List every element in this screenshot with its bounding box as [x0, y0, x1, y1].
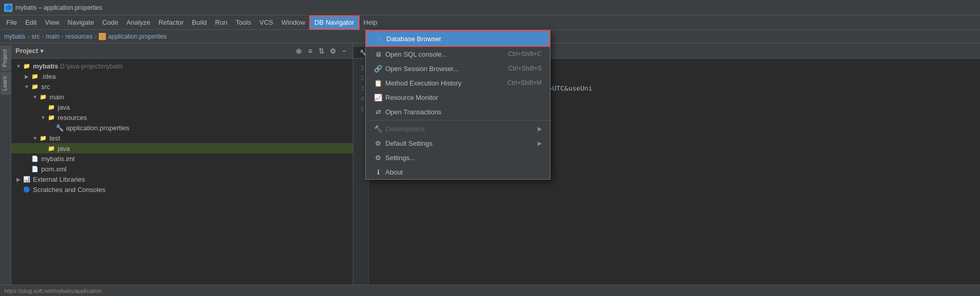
folder-icon-java: 📁 — [47, 103, 56, 111]
menu-file[interactable]: File — [2, 15, 21, 30]
breadcrumb-sep-4: › — [95, 33, 97, 40]
extlib-icon: 📊 — [23, 175, 31, 183]
locate-icon[interactable]: ⊕ — [294, 46, 304, 56]
dropdown-open-sql-console[interactable]: 🖥 Open SQL console... Ctrl+Shift+C — [366, 47, 550, 61]
dropdown-open-session-browser[interactable]: 🔗 Open Session Browser... Ctrl+Shift+S — [366, 61, 550, 76]
folder-icon-idea: 📁 — [31, 72, 39, 80]
hide-icon[interactable]: − — [340, 46, 349, 56]
line-num-1: 1 — [358, 63, 364, 73]
project-strip-tab[interactable]: Project — [1, 45, 11, 71]
db-navigator-dropdown: 🗄 Database Browser 🖥 Open SQL console...… — [365, 30, 550, 180]
history-icon: 📋 — [374, 79, 382, 87]
breadcrumb-mybatis[interactable]: mybatis — [4, 33, 25, 40]
menu-navigate[interactable]: Navigate — [63, 15, 98, 30]
menu-code[interactable]: Code — [98, 15, 122, 30]
menu-dbnavigator[interactable]: DB Navigator — [309, 15, 359, 30]
tree-label-appprops: application.properties — [66, 124, 130, 132]
dropdown-about[interactable]: ℹ About — [366, 165, 550, 179]
dropdown-settings[interactable]: ⚙ Settings... — [366, 150, 550, 165]
title-bar: 🔵 mybatis – application.properties — [0, 0, 980, 15]
tree-item-idea[interactable]: ▶ 📁 .idea — [11, 71, 353, 81]
tree-item-test[interactable]: ▼ 📁 test — [11, 133, 353, 143]
tree-item-pom[interactable]: 📄 pom.xml — [11, 164, 353, 174]
folder-icon-resources: 📁 — [47, 113, 56, 121]
menu-help[interactable]: Help — [360, 15, 382, 30]
dropdown-dev-label: Development — [385, 125, 425, 133]
menu-vcs[interactable]: VCS — [255, 15, 277, 30]
settings-icon[interactable]: ⚙ — [328, 46, 337, 56]
line-num-2: 2 — [358, 73, 364, 83]
tree-arrow-extlib: ▶ — [15, 176, 22, 182]
learn-strip-tab[interactable]: Learn — [1, 72, 11, 95]
tree-item-src[interactable]: ▼ 📁 src — [11, 81, 353, 92]
pom-icon: 📄 — [31, 165, 39, 173]
dropdown-settings-label: Settings... — [385, 154, 415, 162]
tree-label-scratch: Scratches and Consoles — [33, 186, 105, 194]
monitor-icon: 📈 — [374, 93, 382, 101]
tree-label-mybatis: mybatis D:\java-project\mybatis — [33, 62, 123, 70]
tree-item-extlib[interactable]: ▶ 📊 External Libraries — [11, 174, 353, 184]
tree-item-mybatis[interactable]: ▼ 📁 mybatis D:\java-project\mybatis — [11, 61, 353, 71]
folder-icon-test-java: 📁 — [47, 144, 56, 152]
menu-build[interactable]: Build — [188, 15, 211, 30]
tree-item-iml[interactable]: 📄 mybatis.iml — [11, 153, 353, 164]
dropdown-session-label: Open Session Browser... — [385, 65, 459, 73]
expand-icon[interactable]: ⇅ — [317, 46, 326, 56]
tree-label-resources: resources — [58, 114, 87, 121]
breadcrumb-sep-2: › — [42, 33, 44, 40]
dropdown-transactions-label: Open Transactions — [385, 108, 441, 116]
tree-item-test-java[interactable]: 📁 java — [11, 143, 353, 153]
tree-arrow-test: ▼ — [32, 135, 38, 141]
folder-icon-mybatis: 📁 — [23, 62, 31, 70]
iml-icon: 📄 — [31, 154, 39, 163]
menu-bar: File Edit View Navigate Code Analyze Ref… — [0, 15, 980, 30]
tree-item-scratch[interactable]: 🔵 Scratches and Consoles — [11, 184, 353, 195]
sql-console-icon: 🖥 — [374, 50, 382, 58]
tree-item-main[interactable]: ▼ 📁 main — [11, 92, 353, 102]
panel-title: Project — [15, 47, 38, 55]
dropdown-default-settings[interactable]: ⚙ Default Settings ▶ — [366, 136, 550, 150]
dropdown-history-label: Method Execution History — [385, 79, 461, 87]
dropdown-open-transactions[interactable]: ⇄ Open Transactions — [366, 105, 550, 119]
dropdown-method-history[interactable]: 📋 Method Execution History Ctrl+Shift+M — [366, 76, 550, 90]
dropdown-sql-shortcut: Ctrl+Shift+C — [508, 50, 542, 58]
tree-label-idea: .idea — [41, 73, 56, 80]
menu-view[interactable]: View — [41, 15, 63, 30]
props-icon: 🔧 — [99, 33, 106, 40]
tree-item-appprops[interactable]: 🔧 application.properties — [11, 123, 353, 133]
dropdown-default-settings-label: Default Settings — [385, 140, 433, 147]
menu-tools[interactable]: Tools — [231, 15, 255, 30]
dropdown-development[interactable]: 🔨 Development ▶ — [366, 121, 550, 136]
tree-label-main: main — [49, 93, 64, 101]
tree-item-resources[interactable]: ▼ 📁 resources — [11, 112, 353, 123]
breadcrumb-src[interactable]: src — [31, 33, 40, 40]
tree-arrow-test-java — [40, 145, 46, 151]
tree-arrow-mybatis: ▼ — [15, 63, 22, 69]
tree-arrow-idea: ▶ — [24, 73, 30, 79]
tree-arrow-resources: ▼ — [40, 114, 46, 120]
settings-dot-icon: ⚙ — [374, 153, 382, 162]
tree-arrow-pom — [24, 166, 30, 172]
default-settings-submenu-arrow: ▶ — [538, 140, 542, 147]
breadcrumb-file[interactable]: application.properties — [108, 33, 167, 40]
menu-run[interactable]: Run — [211, 15, 231, 30]
panel-dropdown-arrow[interactable]: ▼ — [39, 48, 45, 54]
tree-item-java[interactable]: 📁 java — [11, 102, 353, 112]
dropdown-history-shortcut: Ctrl+Shift+M — [507, 79, 542, 86]
dropdown-database-browser[interactable]: 🗄 Database Browser — [366, 30, 550, 47]
db-browser-icon: 🗄 — [375, 34, 383, 43]
props-file-icon: 🔧 — [56, 124, 64, 132]
collapse-icon[interactable]: ≡ — [306, 46, 315, 56]
dev-icon: 🔨 — [374, 125, 382, 133]
dropdown-resource-monitor[interactable]: 📈 Resource Monitor — [366, 90, 550, 105]
menu-refactor[interactable]: Refactor — [154, 15, 188, 30]
menu-window[interactable]: Window — [277, 15, 309, 30]
dev-submenu-arrow: ▶ — [538, 126, 542, 132]
menu-analyze[interactable]: Analyze — [122, 15, 154, 30]
status-bar: https://plug.soft.net/mybatis/applicatio… — [0, 285, 980, 296]
tree-label-java: java — [58, 103, 70, 111]
tree-arrow-appprops — [48, 125, 55, 131]
menu-edit[interactable]: Edit — [21, 15, 41, 30]
breadcrumb-resources[interactable]: resources — [65, 33, 93, 40]
breadcrumb-main[interactable]: main — [46, 33, 59, 40]
